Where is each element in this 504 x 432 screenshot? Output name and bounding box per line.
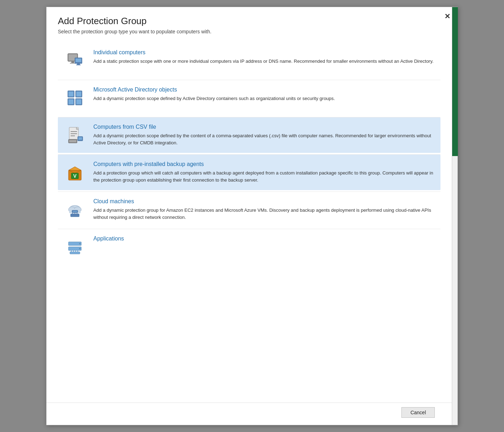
svg-rect-40 bbox=[71, 214, 79, 217]
dialog-footer: Cancel bbox=[46, 403, 452, 425]
svg-rect-49 bbox=[70, 252, 80, 254]
csv-file-content: Computers from CSV file Add a dynamic pr… bbox=[93, 124, 435, 146]
svg-rect-11 bbox=[76, 92, 81, 96]
applications-item[interactable]: Applications bbox=[58, 229, 440, 265]
svg-rect-2 bbox=[71, 61, 74, 63]
csv-file-title[interactable]: Computers from CSV file bbox=[93, 124, 435, 130]
individual-computers-desc: Add a static protection scope with one o… bbox=[93, 58, 435, 65]
svg-rect-6 bbox=[77, 63, 80, 65]
close-button[interactable]: ✕ bbox=[444, 13, 450, 20]
svg-rect-22 bbox=[69, 140, 76, 142]
cloud-machines-desc: Add a dynamic protection group for Amazo… bbox=[93, 207, 435, 221]
active-directory-content: Microsoft Active Directory objects Add a… bbox=[93, 87, 435, 102]
preinstalled-agents-desc: Add a protection group which will catch … bbox=[93, 170, 435, 183]
cloud-machines-icon bbox=[64, 198, 86, 221]
svg-rect-7 bbox=[76, 65, 81, 65]
scrollbar-track[interactable] bbox=[452, 7, 458, 425]
svg-rect-15 bbox=[76, 99, 81, 104]
svg-point-44 bbox=[79, 248, 81, 249]
csv-file-desc: Add a dynamic protection scope defined b… bbox=[93, 132, 435, 146]
svg-rect-36 bbox=[73, 211, 77, 212]
svg-rect-5 bbox=[76, 59, 81, 62]
cloud-machines-title[interactable]: Cloud machines bbox=[93, 198, 435, 205]
scrollbar-thumb[interactable] bbox=[452, 7, 458, 156]
svg-rect-24 bbox=[78, 137, 82, 140]
svg-text:V: V bbox=[73, 173, 77, 179]
cancel-button[interactable]: Cancel bbox=[401, 407, 435, 418]
dialog-title: Add Protection Group bbox=[58, 16, 446, 27]
csv-file-icon bbox=[64, 124, 86, 146]
individual-computers-item[interactable]: Individual computers Add a static protec… bbox=[58, 43, 440, 78]
csv-file-item[interactable]: Computers from CSV file Add a dynamic pr… bbox=[58, 117, 440, 153]
svg-marker-26 bbox=[69, 167, 81, 170]
active-directory-title[interactable]: Microsoft Active Directory objects bbox=[93, 87, 435, 93]
applications-content: Applications bbox=[93, 236, 435, 244]
content-area: Individual computers Add a static protec… bbox=[46, 37, 452, 403]
individual-computers-content: Individual computers Add a static protec… bbox=[93, 49, 435, 65]
active-directory-desc: Add a dynamic protection scope defined b… bbox=[93, 95, 435, 102]
svg-rect-9 bbox=[69, 92, 73, 96]
svg-point-42 bbox=[79, 243, 81, 244]
preinstalled-agents-title[interactable]: Computers with pre-installed backup agen… bbox=[93, 161, 435, 167]
applications-title[interactable]: Applications bbox=[93, 236, 435, 242]
dialog-header: Add Protection Group Select the protecti… bbox=[46, 7, 458, 37]
preinstalled-agents-item[interactable]: V Computers with pre-installed backup ag… bbox=[58, 155, 440, 190]
active-directory-item[interactable]: Microsoft Active Directory objects Add a… bbox=[58, 80, 440, 116]
cloud-machines-content: Cloud machines Add a dynamic protection … bbox=[93, 198, 435, 221]
applications-icon bbox=[64, 236, 86, 258]
preinstalled-agents-icon: V bbox=[64, 161, 86, 184]
cloud-machines-item[interactable]: Cloud machines Add a dynamic protection … bbox=[58, 192, 440, 227]
add-protection-group-dialog: ✕ Add Protection Group Select the protec… bbox=[46, 7, 458, 425]
svg-rect-13 bbox=[69, 99, 73, 104]
dialog-subtitle: Select the protection group type you wan… bbox=[58, 29, 446, 34]
active-directory-icon bbox=[64, 87, 86, 109]
individual-computers-title[interactable]: Individual computers bbox=[93, 49, 435, 56]
preinstalled-agents-content: Computers with pre-installed backup agen… bbox=[93, 161, 435, 183]
individual-computers-icon bbox=[64, 49, 86, 72]
